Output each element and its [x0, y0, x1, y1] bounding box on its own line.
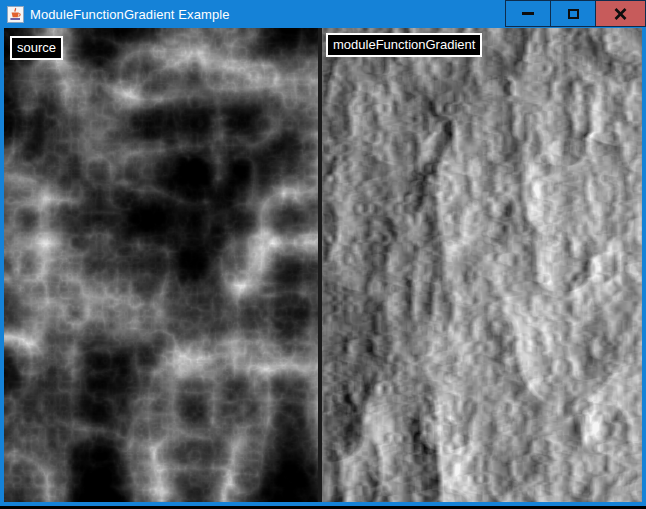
image-area: source moduleFunctionGradient: [4, 28, 642, 502]
window-title: ModuleFunctionGradient Example: [30, 7, 230, 22]
close-icon: [614, 8, 627, 20]
source-image: [4, 28, 318, 502]
minimize-icon: [522, 12, 534, 15]
source-label: source: [10, 36, 63, 60]
gradient-panel: moduleFunctionGradient: [322, 28, 642, 502]
window-controls: [505, 0, 646, 28]
maximize-button[interactable]: [551, 0, 596, 27]
minimize-button[interactable]: [505, 0, 551, 27]
maximize-icon: [568, 9, 579, 19]
gradient-label: moduleFunctionGradient: [326, 33, 482, 57]
titlebar[interactable]: ModuleFunctionGradient Example: [0, 0, 646, 28]
source-panel: source: [4, 28, 318, 502]
app-window: ModuleFunctionGradient Example source mo…: [0, 0, 646, 506]
java-coffee-cup-icon: [7, 6, 24, 23]
module-function-gradient-image: [322, 28, 642, 502]
close-button[interactable]: [596, 0, 646, 27]
